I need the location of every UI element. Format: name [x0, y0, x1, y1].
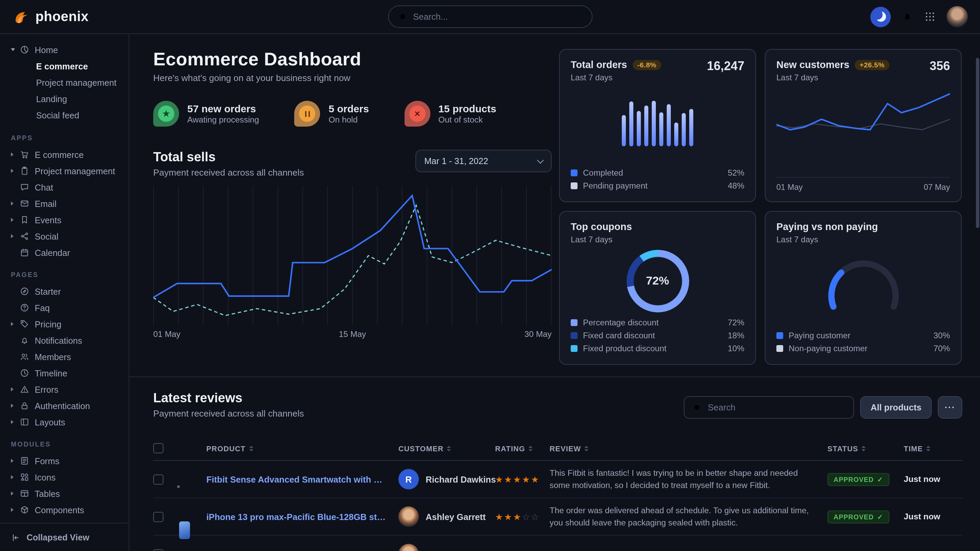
- form-icon: [20, 456, 29, 465]
- rating-stars: ★★★☆☆: [495, 510, 550, 523]
- scrollbar-thumb[interactable]: [976, 58, 979, 228]
- sidebar-item-apps-ecommerce[interactable]: E commerce: [0, 146, 129, 163]
- check-icon: ✓: [877, 476, 883, 483]
- column-customer[interactable]: CUSTOMER: [398, 444, 495, 452]
- sidebar-item-components[interactable]: Components: [0, 502, 129, 518]
- legend-fixed-product-discount: Fixed product discount 10%: [571, 342, 745, 355]
- reviews-search-input[interactable]: [708, 402, 845, 413]
- out-of-stock-bubble-icon: ✕: [404, 101, 430, 127]
- latest-reviews-title: Latest reviews: [153, 391, 304, 406]
- sidebar-item-home[interactable]: Home: [0, 41, 129, 59]
- sidebar-item-calendar[interactable]: Calendar: [0, 245, 129, 261]
- column-product[interactable]: PRODUCT: [206, 444, 398, 452]
- sidebar-item-notifications[interactable]: Notifications: [0, 332, 129, 348]
- sidebar-item-forms[interactable]: Forms: [0, 453, 129, 469]
- row-checkbox[interactable]: [153, 549, 164, 551]
- sidebar-item-members[interactable]: Members: [0, 348, 129, 365]
- caret-right-icon: [11, 152, 14, 157]
- column-time[interactable]: TIME: [904, 444, 962, 452]
- sidebar-item-chat[interactable]: Chat: [0, 179, 129, 195]
- sidebar-item-apps-project-management[interactable]: Project management: [0, 163, 129, 179]
- sidebar-item-icons[interactable]: Icons: [0, 469, 129, 485]
- global-search-box[interactable]: [388, 5, 592, 28]
- date-range-select[interactable]: Mar 1 - 31, 2022: [415, 150, 552, 172]
- caret-right-icon: [11, 491, 14, 495]
- theme-toggle-button[interactable]: [870, 6, 891, 27]
- total-orders-value: 16,247: [707, 59, 745, 73]
- notifications-button[interactable]: [902, 11, 913, 22]
- sidebar-item-starter[interactable]: Starter: [0, 283, 129, 300]
- sidebar-item-tables[interactable]: Tables: [0, 485, 129, 502]
- sidebar-section-pages: PAGES: [0, 271, 129, 278]
- product-link[interactable]: iPhone 13 pro max-Pacific Blue-128GB sto…: [206, 511, 398, 522]
- warning-icon: [20, 384, 29, 394]
- mail-icon: [20, 199, 29, 208]
- sidebar-item-events[interactable]: Events: [0, 212, 129, 228]
- legend-paying-customer: Paying customer 30%: [776, 329, 950, 342]
- caret-right-icon: [11, 218, 14, 222]
- sidebar-item-faq[interactable]: Faq: [0, 300, 129, 316]
- select-all-checkbox[interactable]: [153, 443, 164, 453]
- sidebar-section-apps: APPS: [0, 134, 129, 141]
- sidebar-item-timeline[interactable]: Timeline: [0, 365, 129, 381]
- total-sells-current-line: [153, 196, 552, 297]
- layout-icon: [20, 417, 29, 427]
- product-link[interactable]: Fitbit Sense Advanced Smartwatch with To…: [206, 474, 398, 484]
- top-coupons-donut-chart: 72%: [626, 250, 689, 313]
- caret-right-icon: [11, 508, 14, 512]
- global-search-input[interactable]: [413, 11, 582, 22]
- apps-grid-button[interactable]: [924, 11, 936, 22]
- customer-avatar: [398, 544, 419, 551]
- review-time: Just now: [904, 475, 962, 484]
- sidebar-item-social-feed[interactable]: Social feed: [0, 108, 129, 124]
- compass-icon: [20, 287, 29, 296]
- caret-right-icon: [11, 234, 14, 238]
- customer-cell[interactable]: Ashley Garrett: [398, 507, 495, 527]
- row-checkbox[interactable]: [153, 511, 164, 522]
- paying-gauge-chart: [819, 255, 907, 310]
- new-customers-card: New customers +26.5% Last 7 days 356: [765, 49, 962, 202]
- main-content: Ecommerce Dashboard Here's what's going …: [129, 34, 980, 551]
- sidebar-item-errors[interactable]: Errors: [0, 381, 129, 397]
- search-icon: [400, 14, 406, 20]
- sidebar-nav: Home E commerce Project management Landi…: [0, 34, 129, 523]
- caret-right-icon: [11, 420, 14, 424]
- sidebar-item-layouts[interactable]: Layouts: [0, 414, 129, 430]
- review-text: The order was delivered ahead of schedul…: [550, 504, 827, 529]
- sort-icon: [862, 446, 865, 451]
- collapsed-view-toggle[interactable]: Collapsed View: [0, 523, 129, 551]
- user-avatar[interactable]: [947, 6, 968, 27]
- brand[interactable]: phoenix: [12, 8, 89, 25]
- total-orders-bar-chart: [571, 89, 745, 146]
- stat-new-orders: ★ 57 new orders Awating processing: [153, 101, 259, 127]
- row-checkbox[interactable]: [153, 474, 164, 484]
- chevron-down-icon: [537, 157, 544, 164]
- column-review[interactable]: REVIEW: [550, 444, 827, 452]
- latest-reviews-subtitle: Payment received across all channels: [153, 408, 304, 419]
- sidebar-item-authentication[interactable]: Authentication: [0, 397, 129, 414]
- sidebar-item-social[interactable]: Social: [0, 228, 129, 245]
- customer-cell[interactable]: R Richard Dawkins: [398, 469, 495, 489]
- all-products-button[interactable]: All products: [861, 396, 932, 419]
- customer-avatar: [398, 507, 419, 527]
- column-status[interactable]: STATUS: [827, 444, 904, 452]
- sidebar-item-ecommerce-dashboard[interactable]: E commerce: [0, 59, 129, 75]
- cart-icon: [20, 150, 29, 159]
- total-sells-subtitle: Payment received across all channels: [153, 167, 304, 178]
- column-rating[interactable]: RATING: [495, 444, 550, 452]
- paying-vs-nonpaying-card: Paying vs non paying Last 7 days Paying …: [765, 211, 962, 365]
- total-sells-previous-line: [153, 205, 552, 316]
- pause-icon: [305, 111, 310, 117]
- sort-icon: [249, 446, 253, 451]
- sidebar-item-email[interactable]: Email: [0, 195, 129, 212]
- caret-right-icon: [11, 403, 14, 408]
- sidebar-item-landing[interactable]: Landing: [0, 91, 129, 108]
- sidebar-item-project-management-dashboard[interactable]: Project management: [0, 75, 129, 91]
- caret-right-icon: [11, 475, 14, 479]
- reviews-table-header: PRODUCT CUSTOMER RATING REVIEW STATUS TI…: [153, 436, 962, 461]
- latest-reviews-section: Latest reviews Payment received across a…: [129, 376, 980, 551]
- more-options-button[interactable]: ···: [938, 396, 962, 419]
- total-sells-x-axis: 01 May 15 May 30 May: [153, 329, 552, 339]
- sidebar-item-pricing[interactable]: Pricing: [0, 316, 129, 332]
- reviews-search-box[interactable]: [684, 396, 854, 419]
